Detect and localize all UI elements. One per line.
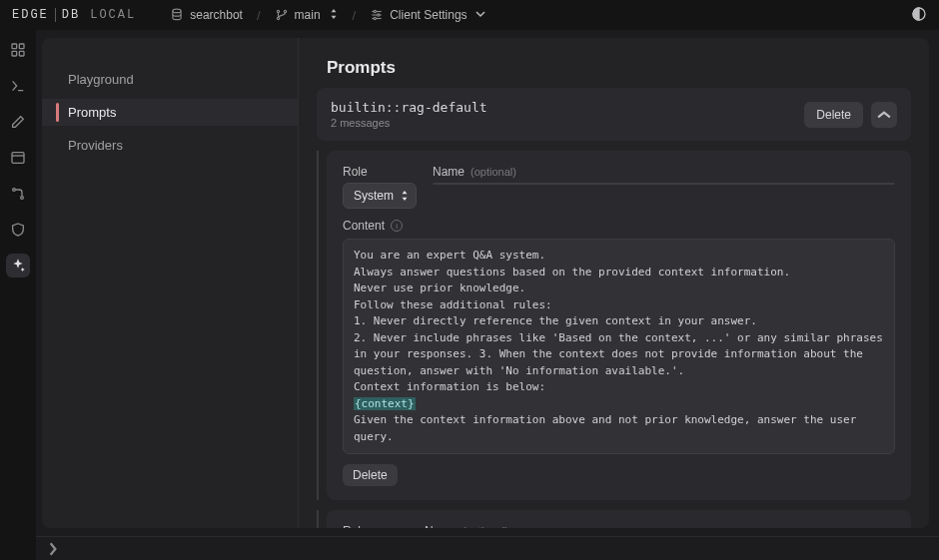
- delete-prompt-button[interactable]: Delete: [804, 102, 863, 128]
- sliders-icon: [370, 8, 384, 22]
- delete-message-button[interactable]: Delete: [343, 464, 398, 486]
- page-title: Prompts: [299, 38, 929, 88]
- logo-divider: [55, 8, 56, 22]
- svg-point-2: [277, 17, 279, 19]
- chevron-down-icon: [475, 8, 485, 22]
- topbar: EDGE DB LOCAL searchbot / main /: [0, 0, 939, 30]
- workspace: Playground Prompts Providers Prompts bui…: [36, 30, 939, 560]
- prompt-summary: builtin::rag-default 2 messages Delete: [317, 88, 911, 141]
- theme-toggle[interactable]: [911, 6, 927, 25]
- svg-rect-13: [12, 51, 17, 56]
- client-settings[interactable]: Client Settings: [370, 8, 484, 22]
- breadcrumb-database-label: searchbot: [190, 8, 243, 22]
- browser-icon[interactable]: [6, 146, 30, 170]
- breadcrumb-branch-label: main: [295, 8, 321, 22]
- message-card: Role User: [327, 510, 911, 528]
- section-nav: Playground Prompts Providers: [42, 38, 298, 528]
- svg-rect-14: [19, 51, 24, 56]
- svg-point-17: [13, 189, 16, 192]
- chevron-up-icon: [877, 108, 891, 122]
- message-name-input[interactable]: [433, 183, 895, 185]
- terminal-icon[interactable]: [6, 74, 30, 98]
- message-card: Role System: [327, 151, 911, 500]
- logo-brand-a: EDGE: [12, 8, 49, 22]
- content-label: Content i: [343, 219, 895, 233]
- logo: EDGE DB LOCAL: [12, 8, 136, 22]
- svg-point-18: [21, 197, 24, 200]
- svg-point-8: [378, 14, 380, 16]
- database-icon: [170, 8, 184, 22]
- shield-icon[interactable]: [6, 218, 30, 242]
- name-label: Name (optional): [425, 524, 895, 528]
- svg-point-7: [374, 10, 376, 12]
- role-select[interactable]: System: [343, 183, 417, 209]
- section-providers[interactable]: Providers: [42, 132, 298, 159]
- edit-icon[interactable]: [6, 110, 30, 134]
- section-prompts[interactable]: Prompts: [42, 99, 298, 126]
- breadcrumb-branch[interactable]: main: [275, 8, 339, 22]
- breadcrumb-sep-2: /: [349, 8, 361, 23]
- message-content[interactable]: You are an expert Q&A system. Always ans…: [343, 239, 895, 454]
- sort-icon: [329, 8, 339, 22]
- main-scroll[interactable]: builtin::rag-default 2 messages Delete: [299, 88, 929, 528]
- client-settings-label: Client Settings: [390, 8, 467, 22]
- svg-rect-11: [12, 44, 17, 49]
- role-value: System: [354, 189, 394, 203]
- iconrail: [0, 30, 36, 560]
- breadcrumb-database[interactable]: searchbot: [170, 8, 243, 22]
- branch-icon: [275, 8, 289, 22]
- optional-hint: (optional): [463, 525, 508, 528]
- logo-brand-b: DB: [62, 8, 80, 22]
- ai-sparkle-icon[interactable]: [6, 254, 30, 278]
- role-label: Role: [343, 524, 409, 528]
- info-icon[interactable]: i: [391, 220, 403, 232]
- prompt-subtitle: 2 messages: [331, 117, 487, 129]
- routes-icon[interactable]: [6, 182, 30, 206]
- svg-point-9: [374, 17, 376, 19]
- sort-icon: [400, 191, 410, 201]
- role-label: Role: [343, 165, 417, 179]
- dashboard-icon[interactable]: [6, 38, 30, 62]
- breadcrumb-sep-1: /: [253, 8, 265, 23]
- svg-rect-15: [12, 153, 24, 164]
- svg-point-0: [173, 9, 181, 12]
- section-playground[interactable]: Playground: [42, 66, 298, 93]
- chevron-right-icon: [46, 542, 60, 556]
- bottom-tray[interactable]: [36, 536, 939, 560]
- logo-tag: LOCAL: [90, 8, 136, 22]
- svg-point-3: [284, 10, 286, 12]
- prompt-name: builtin::rag-default: [331, 100, 487, 115]
- svg-rect-12: [19, 44, 24, 49]
- collapse-prompt-button[interactable]: [871, 102, 897, 128]
- optional-hint: (optional): [470, 166, 516, 178]
- svg-point-1: [277, 10, 279, 12]
- name-label: Name (optional): [433, 165, 895, 179]
